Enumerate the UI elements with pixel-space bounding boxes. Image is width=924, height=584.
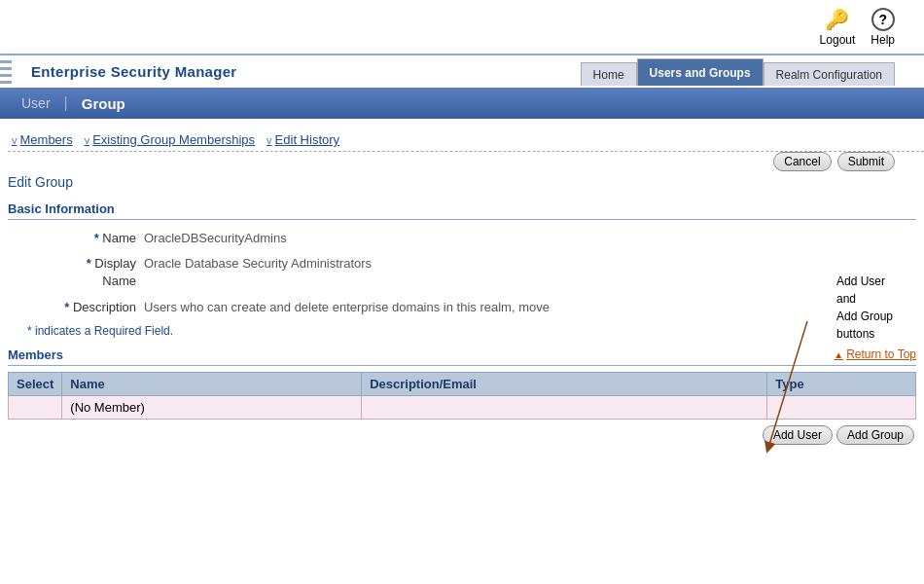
description-value: Users who can create and delete enterpri… (144, 299, 550, 316)
subnav: v Members v Existing Group Memberships v… (8, 127, 924, 152)
add-user-button[interactable]: Add User (763, 425, 833, 445)
row-description-cell (362, 395, 767, 419)
add-group-button[interactable]: Add Group (836, 425, 914, 445)
nav-tabs: Home Users and Groups Realm Configuratio… (581, 58, 895, 86)
row-name-cell: (No Member) (62, 395, 362, 419)
tab-user[interactable]: User (8, 91, 64, 115)
name-value: OracleDBSecurityAdmins (144, 230, 287, 247)
form-row-display-name: * DisplayName Oracle Database Security A… (27, 255, 916, 290)
help-icon: ? (871, 8, 895, 31)
subnav-members[interactable]: v Members (12, 132, 73, 147)
member-action-buttons: Add User Add Group (8, 425, 916, 445)
subnav-members-label: Members (20, 132, 73, 147)
help-button[interactable]: ? Help (871, 8, 895, 47)
required-note: * indicates a Required Field. (27, 324, 916, 338)
existing-group-nav-icon: v (85, 134, 90, 146)
return-top-label: Return to Top (846, 347, 916, 361)
members-label: Members (8, 347, 63, 362)
display-name-value: Oracle Database Security Administrators (144, 255, 372, 273)
tab-users-groups[interactable]: Users and Groups (637, 58, 764, 86)
description-label: * Description (27, 299, 144, 316)
members-section-header: Members ▲ Return to Top (8, 347, 916, 366)
logo-stripes (0, 60, 12, 84)
tab-home[interactable]: Home (581, 62, 637, 86)
submit-button[interactable]: Submit (837, 152, 895, 171)
table-row: (No Member) (9, 395, 916, 419)
user-group-bar: User | Group (0, 88, 924, 119)
cancel-button[interactable]: Cancel (773, 152, 831, 171)
tab-group[interactable]: Group (68, 91, 139, 116)
col-name: Name (62, 372, 362, 395)
side-annotation: Add UserandAdd Groupbuttons (836, 273, 924, 343)
main-content: Edit Group Basic Information * Name Orac… (8, 170, 916, 576)
col-select: Select (9, 372, 62, 395)
return-to-top-link[interactable]: ▲ Return to Top (834, 347, 916, 361)
logout-label: Logout (820, 33, 856, 47)
form-row-description: * Description Users who can create and d… (27, 299, 916, 316)
members-nav-icon: v (12, 134, 18, 146)
basic-info-header: Basic Information (8, 201, 916, 220)
page-title: Edit Group (8, 174, 916, 190)
row-select-cell (9, 395, 62, 419)
logout-icon: 🔑 (825, 8, 849, 31)
app-title: Enterprise Security Manager (18, 63, 237, 80)
display-name-label: * DisplayName (27, 255, 144, 290)
table-header-row: Select Name Description/Email Type (9, 372, 916, 395)
annotation-text: Add UserandAdd Groupbuttons (836, 274, 893, 341)
form-row-name: * Name OracleDBSecurityAdmins (27, 230, 916, 247)
subnav-existing-group-memberships[interactable]: v Existing Group Memberships (85, 132, 255, 147)
col-type: Type (767, 372, 916, 395)
name-label: * Name (27, 230, 144, 247)
basic-info-form: * Name OracleDBSecurityAdmins * DisplayN… (27, 230, 916, 316)
subnav-existing-group-label: Existing Group Memberships (92, 132, 255, 147)
col-description-email: Description/Email (362, 372, 767, 395)
subnav-edit-history[interactable]: v Edit History (267, 132, 339, 147)
help-label: Help (871, 33, 895, 47)
action-buttons: Cancel Submit (773, 152, 895, 171)
edit-history-nav-icon: v (267, 134, 272, 146)
subnav-edit-history-label: Edit History (275, 132, 339, 147)
row-type-cell (767, 395, 916, 419)
logout-button[interactable]: 🔑 Logout (820, 8, 856, 47)
tab-realm-config[interactable]: Realm Configuration (764, 62, 895, 86)
members-table: Select Name Description/Email Type (No M… (8, 372, 916, 420)
return-top-icon: ▲ (834, 349, 843, 360)
